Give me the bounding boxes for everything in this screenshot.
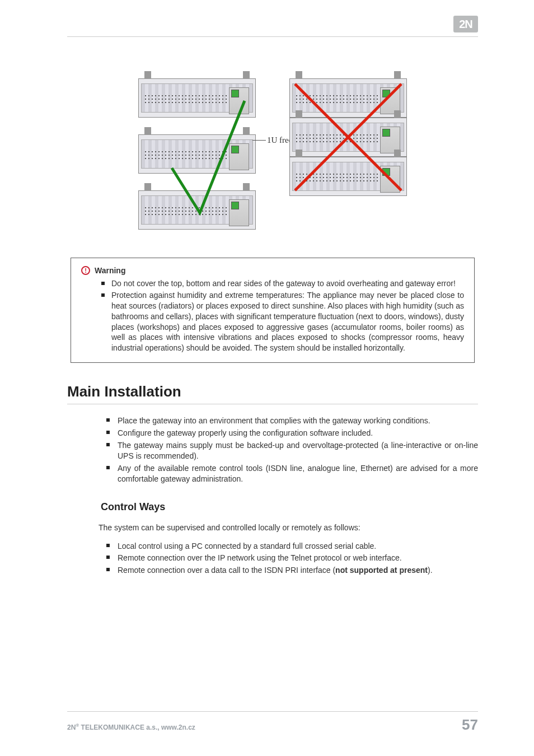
list-item: Remote connection over a data call to th… — [118, 565, 478, 576]
brand-logo: 2N — [453, 16, 478, 32]
warning-icon: ! — [81, 266, 90, 275]
list-item: Any of the available remote control tool… — [118, 463, 478, 484]
list-item: Remote connection over the IP network us… — [118, 553, 478, 563]
control-intro: The system can be supervised and control… — [99, 523, 478, 532]
list-item: The gateway mains supply must be backed-… — [118, 440, 478, 461]
list-item-bold: not supported at present — [335, 566, 428, 575]
main-install-list: Place the gateway into an environment th… — [67, 416, 478, 484]
page-content: 1U free space ! Warning Do not cover the… — [67, 56, 478, 577]
list-item: Place the gateway into an environment th… — [118, 416, 478, 426]
list-item-prefix: Remote connection over a data call to th… — [118, 566, 335, 575]
footer-brand-suffix: TELEKOMUNIKACE a.s., www.2n.cz — [79, 724, 195, 731]
warning-list: Do not cover the top, bottom and rear si… — [81, 278, 464, 353]
control-list: Local control using a PC connected by a … — [67, 541, 478, 576]
spacer-leader-line — [252, 140, 266, 141]
rack-unit — [138, 78, 256, 118]
heading-control-ways: Control Ways — [101, 501, 478, 513]
brand-logo-text: 2N — [459, 18, 472, 31]
rack-unit — [138, 134, 256, 174]
rack-unit — [289, 157, 407, 196]
heading-rule — [67, 404, 478, 404]
heading-main-installation: Main Installation — [67, 383, 478, 400]
list-item: Configure the gateway properly using the… — [118, 428, 478, 438]
footer-brand: 2N® TELEKOMUNIKACE a.s., www.2n.cz — [67, 723, 195, 731]
warning-item: Do not cover the top, bottom and rear si… — [111, 278, 464, 289]
warning-item: Protection against humidity and extreme … — [111, 290, 464, 353]
footer-brand-prefix: 2N — [67, 724, 76, 731]
rack-incorrect — [289, 78, 407, 230]
warning-callout: ! Warning Do not cover the top, bottom a… — [71, 258, 475, 363]
rack-unit — [289, 118, 407, 157]
page-footer: 2N® TELEKOMUNIKACE a.s., www.2n.cz 57 — [67, 711, 478, 734]
page-number: 57 — [462, 716, 478, 734]
list-item-suffix: ). — [428, 566, 433, 575]
rack-diagram: 1U free space — [67, 78, 478, 230]
page-header: 2N — [67, 19, 478, 37]
rack-unit — [138, 190, 256, 230]
list-item: Local control using a PC connected by a … — [118, 541, 478, 552]
rack-correct: 1U free space — [138, 78, 256, 230]
rack-unit — [289, 78, 407, 118]
warning-title: Warning — [95, 266, 125, 275]
